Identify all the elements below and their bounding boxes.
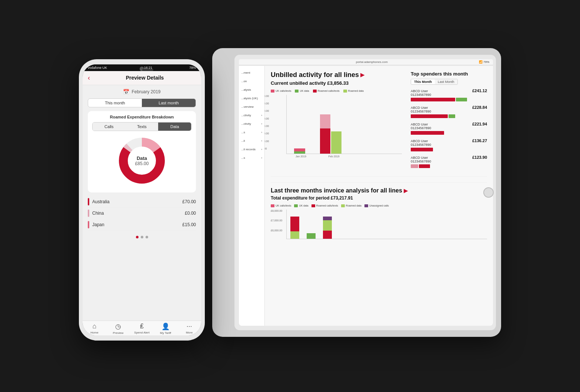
last-month-toggle-btn[interactable]: Last Month [435, 79, 457, 84]
inv-dot-roamed-data [341, 204, 345, 207]
tablet-home-button[interactable] [483, 187, 494, 198]
legend-uk-calls: UK calls/texts [271, 90, 291, 93]
legend-dot-uk-data [295, 90, 299, 93]
phone-speaker [142, 69, 153, 71]
nav-home[interactable]: ⌂ Home [83, 322, 106, 335]
spender-bar-red-4 [411, 148, 433, 151]
tab-data[interactable]: Data [158, 123, 191, 131]
nav-spend-alert[interactable]: ₤ Spend Alert [130, 322, 154, 335]
country-list: Australia £70.00 China £0.00 Japan £15.0… [88, 196, 196, 231]
country-amount-china: £0.00 [185, 211, 196, 216]
donut-chart: Data £85.00 [116, 135, 168, 187]
country-row-japan: Japan £15.00 [88, 219, 196, 231]
this-month-toggle-btn[interactable]: This Month [411, 79, 435, 84]
bar-segment-roamed-light [320, 114, 330, 128]
nav-more[interactable]: ··· More [177, 322, 201, 335]
sidebar-item-0[interactable]: ...ment [239, 70, 264, 76]
sidebar-item-5[interactable]: ...ctivity › [239, 112, 264, 118]
this-month-btn[interactable]: This month [88, 99, 142, 107]
spender-amount-2: £228.84 [472, 105, 487, 110]
bar-jan-2019 [294, 148, 305, 154]
tab-calls[interactable]: Calls [93, 123, 126, 131]
sidebar-item-8[interactable]: ...ll › [239, 138, 264, 144]
date-label: 📅 February 2019 [123, 89, 160, 95]
sidebar-item-10[interactable]: ...s › [239, 155, 264, 161]
nav-tariff-label: My Tariff [160, 331, 171, 335]
spender-bars-2 [411, 114, 487, 118]
country-indicator-china [88, 210, 89, 217]
dot-1 [136, 236, 139, 238]
sidebar-item-1[interactable]: ...on [239, 78, 264, 84]
inv-bar-seg-3a [323, 217, 332, 220]
country-indicator-australia [88, 198, 89, 205]
nav-preview-label: Preview [113, 331, 123, 335]
inv-legend-unassigned: Unassigned calls [364, 204, 389, 207]
legend-roamed-data: Roamed data [343, 90, 364, 93]
spend-alert-icon: ₤ [140, 322, 144, 330]
home-icon: ⌂ [93, 322, 97, 330]
spender-bar-red-2 [411, 114, 448, 118]
bar-feb-2019 [320, 114, 341, 154]
sidebar-item-9[interactable]: ...ll records › [239, 146, 264, 153]
last-month-btn[interactable]: Last month [142, 99, 196, 107]
inv-y-label-2: £7,000.00 [271, 219, 282, 222]
spender-name-5: ABCD User [411, 156, 431, 160]
country-row-china: China £0.00 [88, 208, 196, 219]
tab-row[interactable]: Calls Texts Data [92, 122, 191, 131]
inv-bar-3 [323, 217, 332, 239]
section-divider [271, 176, 487, 177]
nav-preview[interactable]: ◷ Preview [106, 322, 130, 335]
inv-legend-uk-calls: UK calls/texts [271, 204, 291, 207]
country-amount-australia: £70.00 [182, 199, 196, 204]
nav-my-tariff[interactable]: 👤 My Tariff [154, 322, 177, 335]
country-name-china: China [92, 211, 185, 216]
inv-dot-uk-data [294, 204, 298, 207]
sidebar-item-6[interactable]: ...ctivity › [239, 121, 264, 127]
back-button[interactable]: ‹ [88, 74, 90, 82]
top-spenders-panel: Top spenders this month This Month Last … [406, 71, 487, 172]
sidebar-item-7[interactable]: ...s › [239, 129, 264, 135]
dot-2 [141, 236, 143, 238]
inv-bar-1 [290, 217, 299, 239]
sidebar-item-3[interactable]: ...alysis (UK) [239, 95, 264, 101]
phone-nav[interactable]: ⌂ Home ◷ Preview ₤ Spend Alert 👤 My Tari… [83, 321, 201, 335]
month-toggle[interactable]: This Month Last Month [411, 79, 458, 85]
sidebar-item-4[interactable]: ...verview [239, 104, 264, 110]
spender-name-3: ABCD User [411, 123, 431, 126]
spender-phone-5: 01234567890 [411, 160, 431, 163]
tab-texts[interactable]: Texts [126, 123, 159, 131]
invoice-section: Last three months invoice analysis for a… [271, 182, 487, 239]
spender-bars-5 [411, 164, 487, 168]
bar-segment [294, 148, 305, 151]
spender-bar-red-5 [419, 164, 430, 168]
legend-uk-data: UK data [295, 90, 309, 93]
phone-inner: vodafone UK 16:21 78% ‹ Preview Details … [83, 64, 201, 335]
phone: vodafone UK 16:21 78% ‹ Preview Details … [79, 59, 205, 341]
carrier-label: vodafone UK [88, 66, 107, 70]
spender-bar-red-3 [411, 131, 444, 135]
spender-phone-3: 01234567890 [411, 126, 431, 130]
spender-bars-1 [411, 98, 487, 101]
month-selector[interactable]: This month Last month [88, 98, 196, 107]
bar-segment-roamed [320, 128, 330, 154]
tablet: portal.adamphones.com 📶 79% ...ment ...o… [212, 48, 501, 337]
legend-dot-uk-calls [271, 90, 274, 93]
spender-name-2: ABCD User [411, 106, 431, 110]
tablet-content-body: Unbilled activity for all lines ▶ Curren… [265, 66, 493, 326]
inv-bar-seg-3c [323, 231, 332, 239]
sidebar-item-2[interactable]: ...alysis [239, 87, 264, 93]
nav-more-label: More [186, 331, 193, 334]
spender-row-4: ABCD User 01234567890 £136.27 [411, 138, 487, 151]
inv-dot-roamed-calls [311, 204, 315, 207]
bar-segment [294, 151, 305, 154]
inv-bar-seg-2 [307, 233, 316, 239]
phone-body: 📅 February 2019 This month Last month Ro… [83, 85, 201, 321]
inv-y-label-1: £8,000.00 [271, 210, 282, 212]
inv-dot-uk-calls [271, 204, 274, 207]
inv-bar-seg-3b [323, 220, 332, 231]
invoice-title: Last three months invoice analysis for a… [271, 187, 487, 194]
nav-spend-label: Spend Alert [134, 331, 149, 334]
dot-3 [146, 236, 148, 238]
phone-header: ‹ Preview Details [83, 71, 201, 85]
x-label-feb: Feb 2019 [329, 155, 340, 158]
